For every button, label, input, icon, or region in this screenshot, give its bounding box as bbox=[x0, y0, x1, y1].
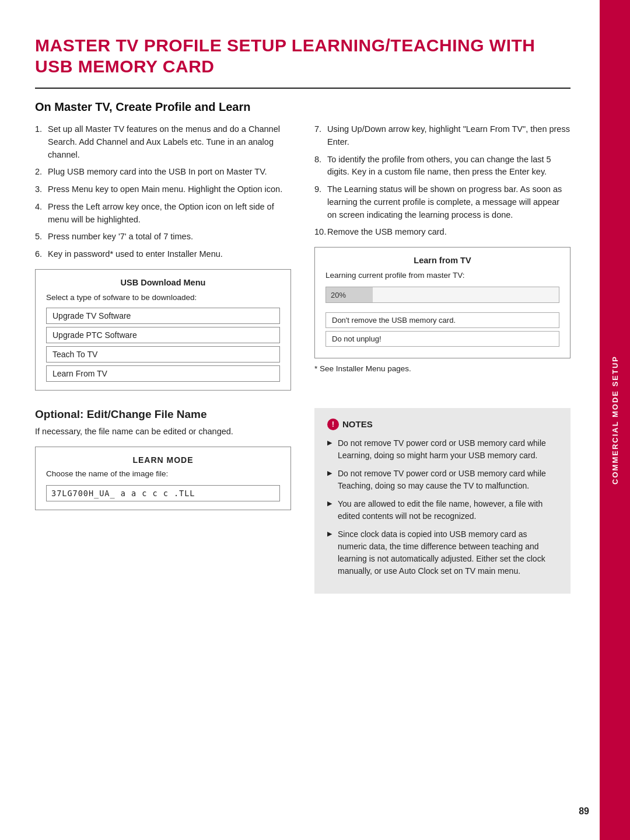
optional-section: Optional: Edit/Change File Name If neces… bbox=[35, 408, 570, 594]
step-text: Plug USB memory card into the USB In por… bbox=[48, 166, 291, 179]
notes-title-text: NOTES bbox=[342, 419, 373, 429]
filename-input[interactable]: 37LG700H_UA_ a a c c c .TLL bbox=[46, 485, 280, 501]
step-text: To identify the profile from others, you… bbox=[327, 154, 570, 179]
usb-menu-item[interactable]: Upgrade PTC Software bbox=[46, 327, 280, 343]
steps-section: 1.Set up all Master TV features on the m… bbox=[35, 123, 570, 391]
note-item: Do not remove TV power cord or USB memor… bbox=[327, 468, 558, 492]
step-num: 4. bbox=[35, 201, 48, 214]
step-text: Remove the USB memory card. bbox=[327, 226, 570, 239]
usb-menu-item[interactable]: Teach To TV bbox=[46, 346, 280, 363]
step-num: 7. bbox=[314, 123, 327, 136]
progress-bar-container: 20% bbox=[326, 287, 559, 303]
usb-download-menu: USB Download Menu Select a type of sofwa… bbox=[35, 269, 291, 391]
warning-items: Don't remove the USB memory card.Do not … bbox=[326, 312, 559, 347]
notes-title: ! NOTES bbox=[327, 419, 558, 430]
note-item: You are allowed to edit the file name, h… bbox=[327, 498, 558, 522]
page-number: 89 bbox=[579, 806, 589, 817]
step-num: 2. bbox=[35, 166, 48, 179]
step-num: 1. bbox=[35, 123, 48, 136]
main-content: MASTER TV PROFILE SETUP LEARNING/TEACHIN… bbox=[0, 0, 600, 840]
steps-right-list: 7.Using Up/Down arrow key, highlight "Le… bbox=[314, 123, 570, 239]
usb-menu-items: Upgrade TV SoftwareUpgrade PTC SoftwareT… bbox=[46, 308, 280, 382]
sidebar: COMMERCIAL MODE SETUP bbox=[600, 0, 630, 840]
list-item: 5.Press number key '7' a total of 7 time… bbox=[35, 231, 291, 243]
step-text: Set up all Master TV features on the men… bbox=[48, 123, 291, 161]
learn-box-title: Learn from TV bbox=[326, 256, 559, 265]
footnote: * See Installer Menu pages. bbox=[314, 364, 570, 373]
step-num: 3. bbox=[35, 183, 48, 196]
steps-left: 1.Set up all Master TV features on the m… bbox=[35, 123, 291, 391]
step-text: Press Menu key to open Main menu. Highli… bbox=[48, 183, 291, 196]
step-num: 8. bbox=[314, 154, 327, 166]
list-item: 7.Using Up/Down arrow key, highlight "Le… bbox=[314, 123, 570, 149]
list-item: 6.Key in password* used to enter Install… bbox=[35, 248, 291, 261]
list-item: 9.The Learning status will be shown on p… bbox=[314, 183, 570, 221]
step-num: 10. bbox=[314, 226, 327, 239]
optional-heading: Optional: Edit/Change File Name bbox=[35, 408, 291, 421]
progress-text: 20% bbox=[331, 291, 346, 299]
list-item: 4.Press the Left arrow key once, the Opt… bbox=[35, 201, 291, 226]
notes-list: Do not remove TV power cord or USB memor… bbox=[327, 437, 558, 577]
title-divider bbox=[35, 88, 570, 89]
notes-section: ! NOTES Do not remove TV power cord or U… bbox=[314, 408, 570, 594]
list-item: 2.Plug USB memory card into the USB In p… bbox=[35, 166, 291, 179]
usb-menu-title: USB Download Menu bbox=[46, 278, 280, 287]
section1-heading: On Master TV, Create Profile and Learn bbox=[35, 100, 570, 114]
learn-mode-title: LEARN MODE bbox=[46, 455, 280, 465]
notes-box: ! NOTES Do not remove TV power cord or U… bbox=[314, 408, 570, 594]
step-text: The Learning status will be shown on pro… bbox=[327, 183, 570, 221]
step-num: 5. bbox=[35, 231, 48, 243]
usb-menu-subtitle: Select a type of sofware to be downloade… bbox=[46, 293, 280, 302]
notes-icon: ! bbox=[327, 419, 339, 430]
warning-item: Don't remove the USB memory card. bbox=[326, 312, 559, 328]
page-title: MASTER TV PROFILE SETUP LEARNING/TEACHIN… bbox=[35, 35, 570, 77]
note-item: Since clock data is copied into USB memo… bbox=[327, 528, 558, 577]
step-text: Press the Left arrow key once, the Optio… bbox=[48, 201, 291, 226]
learn-box-subtitle: Learning current profile from master TV: bbox=[326, 271, 559, 280]
list-item: 3.Press Menu key to open Main menu. High… bbox=[35, 183, 291, 196]
progress-bar-fill: 20% bbox=[326, 287, 373, 302]
steps-left-list: 1.Set up all Master TV features on the m… bbox=[35, 123, 291, 261]
page-container: MASTER TV PROFILE SETUP LEARNING/TEACHIN… bbox=[0, 0, 630, 840]
learn-from-tv-box: Learn from TV Learning current profile f… bbox=[314, 247, 570, 358]
step-text: Using Up/Down arrow key, highlight "Lear… bbox=[327, 123, 570, 149]
optional-desc: If necessary, the file name can be edite… bbox=[35, 426, 291, 438]
step-num: 9. bbox=[314, 183, 327, 196]
sidebar-text: COMMERCIAL MODE SETUP bbox=[611, 355, 620, 485]
step-text: Key in password* used to enter Installer… bbox=[48, 248, 291, 261]
learn-mode-subtitle: Choose the name of the image file: bbox=[46, 469, 280, 478]
learn-mode-box: LEARN MODE Choose the name of the image … bbox=[35, 447, 291, 510]
usb-menu-item[interactable]: Learn From TV bbox=[46, 365, 280, 382]
warning-item: Do not unplug! bbox=[326, 331, 559, 347]
optional-left: Optional: Edit/Change File Name If neces… bbox=[35, 408, 291, 594]
step-text: Press number key '7' a total of 7 times. bbox=[48, 231, 291, 243]
list-item: 1.Set up all Master TV features on the m… bbox=[35, 123, 291, 161]
note-item: Do not remove TV power cord or USB memor… bbox=[327, 437, 558, 462]
usb-menu-item[interactable]: Upgrade TV Software bbox=[46, 308, 280, 324]
list-item: 8.To identify the profile from others, y… bbox=[314, 154, 570, 179]
steps-right: 7.Using Up/Down arrow key, highlight "Le… bbox=[314, 123, 570, 391]
step-num: 6. bbox=[35, 248, 48, 261]
list-item: 10.Remove the USB memory card. bbox=[314, 226, 570, 239]
